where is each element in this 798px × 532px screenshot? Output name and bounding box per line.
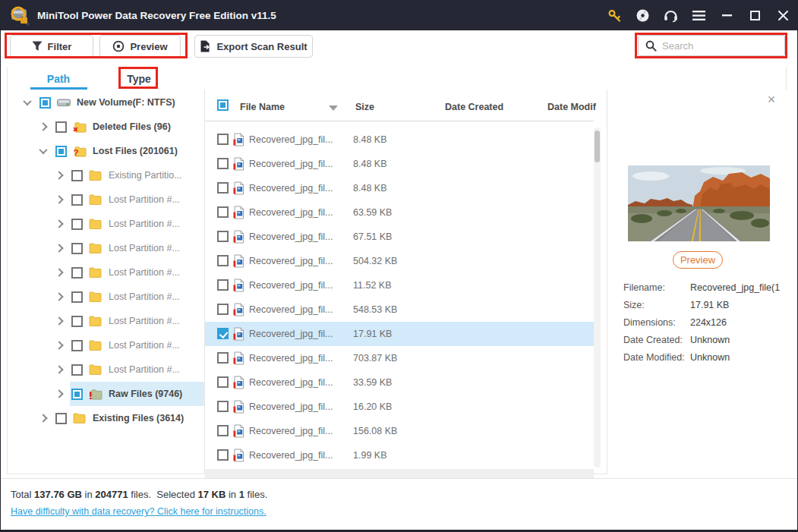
file-row[interactable]: Recovered_jpg_fil...156.08 KB bbox=[205, 419, 594, 443]
search-box[interactable] bbox=[638, 35, 785, 56]
file-row[interactable]: Recovered_jpg_fil...11.52 KB bbox=[205, 273, 594, 297]
filter-button[interactable]: Filter bbox=[10, 35, 93, 58]
tree-item-body[interactable]: ?Lost Files (201061) bbox=[54, 139, 204, 163]
tree-checkbox[interactable] bbox=[71, 243, 83, 254]
file-checkbox[interactable] bbox=[217, 328, 229, 339]
chevron-right-icon[interactable] bbox=[55, 219, 63, 228]
maximize-button[interactable] bbox=[746, 7, 763, 24]
file-row[interactable]: Recovered_jpg_fil...8.48 KB bbox=[205, 176, 594, 200]
tree-item-body[interactable]: Lost Partition #... bbox=[70, 212, 204, 236]
chevron-right-icon[interactable] bbox=[55, 389, 63, 398]
tree-item-body[interactable]: Lost Partition #... bbox=[70, 260, 204, 285]
close-button[interactable] bbox=[774, 7, 791, 24]
file-row[interactable]: Recovered_jpg_fil...16.20 KB bbox=[205, 395, 594, 419]
tree-checkbox[interactable] bbox=[71, 170, 83, 181]
file-checkbox[interactable] bbox=[217, 231, 229, 242]
support-headset-icon[interactable] bbox=[662, 7, 679, 24]
tree-item-body[interactable]: Lost Partition #... bbox=[70, 357, 204, 382]
tree-item[interactable]: Lost Partition #... bbox=[8, 285, 204, 309]
tree-item-body[interactable]: Existing Partitio... bbox=[70, 163, 204, 187]
file-checkbox[interactable] bbox=[217, 304, 229, 315]
tree-item-body[interactable]: Lost Partition #... bbox=[70, 333, 204, 357]
column-header-file-name[interactable]: File Name bbox=[240, 102, 285, 112]
preview-button[interactable]: Preview bbox=[99, 35, 181, 58]
chevron-right-icon[interactable] bbox=[39, 122, 47, 131]
minimize-button[interactable] bbox=[718, 7, 735, 24]
tree-item-body[interactable]: New Volume(F: NTFS) bbox=[38, 90, 204, 115]
menu-icon[interactable] bbox=[690, 7, 707, 24]
tree-item-body[interactable]: Existing Files (3614) bbox=[54, 406, 204, 430]
chevron-right-icon[interactable] bbox=[55, 268, 63, 276]
file-row[interactable]: Recovered_jpg_fil...504.32 KB bbox=[205, 249, 594, 273]
file-checkbox[interactable] bbox=[217, 158, 229, 169]
file-row[interactable]: Recovered_jpg_fil...67.51 KB bbox=[205, 225, 594, 249]
tree-checkbox[interactable] bbox=[71, 389, 83, 400]
tree-item-body[interactable]: Lost Partition #... bbox=[70, 236, 204, 260]
tree-item[interactable]: Lost Partition #... bbox=[8, 333, 204, 357]
file-checkbox[interactable] bbox=[217, 352, 229, 364]
tree-checkbox[interactable] bbox=[71, 340, 83, 351]
chevron-right-icon[interactable] bbox=[55, 171, 63, 179]
file-checkbox[interactable] bbox=[217, 449, 229, 461]
tree-item[interactable]: Lost Partition #... bbox=[8, 260, 204, 285]
tree-item[interactable]: Existing Partitio... bbox=[8, 163, 204, 187]
chevron-down-icon[interactable] bbox=[23, 97, 31, 105]
chevron-right-icon[interactable] bbox=[55, 365, 63, 373]
tree-item[interactable]: ?Lost Files (201061) bbox=[8, 139, 204, 163]
file-checkbox[interactable] bbox=[217, 134, 229, 145]
file-checkbox[interactable] bbox=[217, 425, 229, 436]
chevron-right-icon[interactable] bbox=[55, 244, 63, 252]
license-key-icon[interactable] bbox=[606, 7, 623, 24]
tree-checkbox[interactable] bbox=[39, 97, 51, 109]
file-row[interactable]: Recovered_jpg_fil...8.48 KB bbox=[205, 152, 594, 176]
file-checkbox[interactable] bbox=[217, 376, 229, 388]
file-row[interactable]: Recovered_jpg_fil...63.59 KB bbox=[205, 200, 594, 225]
tab-type[interactable]: Type bbox=[121, 70, 156, 88]
bootable-media-disc-icon[interactable] bbox=[634, 7, 651, 24]
tree-checkbox[interactable] bbox=[55, 146, 67, 157]
tree-item-body[interactable]: Raw Files (9746) bbox=[70, 382, 204, 406]
file-checkbox[interactable] bbox=[217, 182, 229, 194]
file-row[interactable]: Recovered_jpg_fil...8.48 KB bbox=[205, 127, 594, 152]
tree-item[interactable]: Deleted Files (96) bbox=[8, 115, 204, 139]
chevron-down-icon[interactable] bbox=[39, 146, 47, 154]
file-row[interactable]: Recovered_jpg_fil...33.59 KB bbox=[205, 370, 594, 395]
tree-item[interactable]: Existing Files (3614) bbox=[8, 406, 204, 430]
file-checkbox[interactable] bbox=[217, 401, 229, 412]
vertical-scrollbar[interactable] bbox=[594, 127, 601, 467]
tree-checkbox[interactable] bbox=[55, 413, 67, 424]
file-checkbox[interactable] bbox=[217, 206, 229, 218]
chevron-right-icon[interactable] bbox=[55, 292, 63, 301]
select-all-checkbox[interactable] bbox=[217, 99, 229, 111]
chevron-right-icon[interactable] bbox=[39, 414, 47, 422]
tree-item[interactable]: Lost Partition #... bbox=[8, 187, 204, 212]
tree-item[interactable]: Lost Partition #... bbox=[8, 309, 204, 333]
tree-checkbox[interactable] bbox=[71, 291, 83, 303]
tree-item-body[interactable]: Lost Partition #... bbox=[70, 187, 204, 212]
column-header-date-modified[interactable]: Date Modif bbox=[547, 102, 596, 112]
chevron-right-icon[interactable] bbox=[55, 316, 63, 325]
search-input[interactable] bbox=[662, 40, 768, 52]
preview-pill-button[interactable]: Preview bbox=[673, 251, 723, 269]
tree-item-body[interactable]: Deleted Files (96) bbox=[54, 115, 204, 139]
preview-close-icon[interactable]: × bbox=[765, 93, 778, 106]
chevron-right-icon[interactable] bbox=[55, 195, 63, 203]
tab-path[interactable]: Path bbox=[24, 70, 93, 88]
tree-checkbox[interactable] bbox=[71, 267, 83, 279]
column-header-date-created[interactable]: Date Created bbox=[445, 102, 503, 112]
file-row[interactable]: Recovered_jpg_fil...1.99 KB bbox=[205, 443, 594, 467]
tree-item[interactable]: Lost Partition #... bbox=[8, 236, 204, 260]
chevron-right-icon[interactable] bbox=[55, 341, 63, 349]
column-header-size[interactable]: Size bbox=[355, 102, 374, 112]
file-row[interactable]: Recovered_jpg_fil...548.53 KB bbox=[205, 297, 594, 322]
file-checkbox[interactable] bbox=[217, 255, 229, 266]
file-row[interactable]: Recovered_jpg_fil...703.87 KB bbox=[205, 346, 594, 370]
vertical-scrollbar-thumb[interactable] bbox=[595, 131, 600, 162]
file-checkbox[interactable] bbox=[217, 279, 229, 291]
sort-descending-icon[interactable] bbox=[329, 105, 338, 111]
tree-item-body[interactable]: Lost Partition #... bbox=[70, 309, 204, 333]
tree-item[interactable]: Lost Partition #... bbox=[8, 212, 204, 236]
tree-item[interactable]: Raw Files (9746) bbox=[8, 382, 204, 406]
file-row[interactable]: Recovered_jpg_fil...17.91 KB bbox=[205, 322, 594, 346]
export-scan-result-button[interactable]: Export Scan Result bbox=[194, 35, 313, 58]
